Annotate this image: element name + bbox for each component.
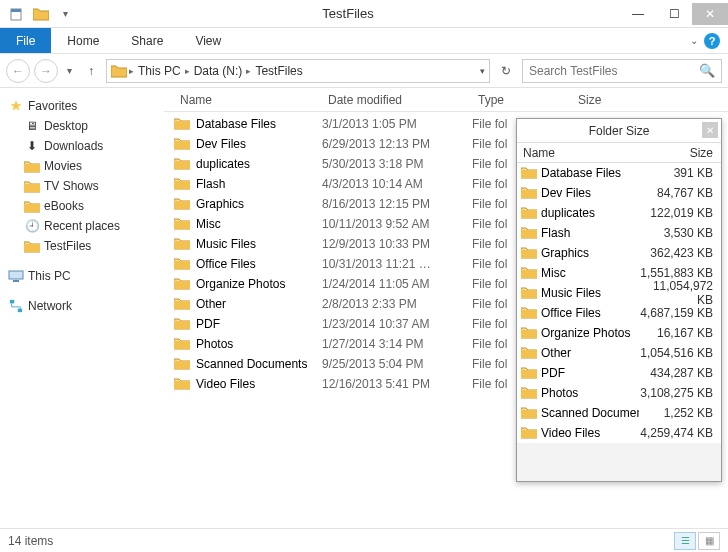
breadcrumb-item[interactable]: TestFiles <box>253 64 304 78</box>
folder-icon <box>174 376 190 393</box>
folder-icon <box>521 165 537 182</box>
folder-icon <box>174 316 190 333</box>
favorites-node[interactable]: Favorites <box>4 96 164 116</box>
popup-row[interactable]: duplicates122,019 KB <box>517 203 721 223</box>
popup-row[interactable]: Organize Photos16,167 KB <box>517 323 721 343</box>
file-date: 1/24/2014 11:05 AM <box>322 277 472 291</box>
popup-row[interactable]: Other1,054,516 KB <box>517 343 721 363</box>
home-tab[interactable]: Home <box>51 28 115 53</box>
help-icon[interactable]: ? <box>704 33 720 49</box>
popup-row-size: 362,423 KB <box>639 246 721 260</box>
history-dropdown[interactable]: ▾ <box>62 59 76 83</box>
column-name[interactable]: Name <box>174 93 322 107</box>
view-tab[interactable]: View <box>179 28 237 53</box>
folder-icon <box>174 236 190 253</box>
popup-row-name: Scanned Documents <box>541 406 639 420</box>
icons-view-button[interactable]: ▦ <box>698 532 720 550</box>
details-view-button[interactable]: ☰ <box>674 532 696 550</box>
search-icon[interactable]: 🔍 <box>699 63 715 78</box>
popup-close-button[interactable]: ✕ <box>702 122 718 138</box>
file-date: 12/9/2013 10:33 PM <box>322 237 472 251</box>
popup-row-size: 3,108,275 KB <box>639 386 721 400</box>
popup-row-size: 434,287 KB <box>639 366 721 380</box>
nav-item[interactable]: TV Shows <box>4 176 164 196</box>
file-name: Video Files <box>196 377 255 391</box>
search-box[interactable]: 🔍 <box>522 59 722 83</box>
nav-item-label: eBooks <box>44 199 84 213</box>
up-button[interactable]: ↑ <box>80 60 102 82</box>
address-bar: ← → ▾ ↑ ▸ This PC ▸ Data (N:) ▸ TestFile… <box>0 54 728 88</box>
popup-row[interactable]: Scanned Documents1,252 KB <box>517 403 721 423</box>
window-controls: — ☐ ✕ <box>620 3 728 25</box>
column-date[interactable]: Date modified <box>322 93 472 107</box>
qat-dropdown[interactable]: ▾ <box>54 3 76 25</box>
chevron-icon[interactable]: ▸ <box>129 66 134 76</box>
file-name: Other <box>196 297 226 311</box>
tree-label: This PC <box>28 269 71 283</box>
nav-item-label: TV Shows <box>44 179 99 193</box>
minimize-button[interactable]: — <box>620 3 656 25</box>
nav-item[interactable]: eBooks <box>4 196 164 216</box>
column-headers: Name Date modified Type Size <box>164 88 728 112</box>
popup-titlebar[interactable]: Folder Size ✕ <box>517 119 721 143</box>
ribbon-expand-icon[interactable]: ⌄ <box>690 35 698 46</box>
folder-icon <box>174 276 190 293</box>
popup-column-size[interactable]: Size <box>641 146 721 160</box>
nav-item[interactable]: ⬇Downloads <box>4 136 164 156</box>
breadcrumb[interactable]: ▸ This PC ▸ Data (N:) ▸ TestFiles ▾ <box>106 59 490 83</box>
popup-row[interactable]: Flash3,530 KB <box>517 223 721 243</box>
folder-icon <box>174 296 190 313</box>
folder-icon <box>174 256 190 273</box>
file-name: Flash <box>196 177 225 191</box>
column-type[interactable]: Type <box>472 93 572 107</box>
popup-row[interactable]: Photos3,108,275 KB <box>517 383 721 403</box>
nav-item-icon: 🖥 <box>24 118 40 134</box>
folder-icon <box>174 216 190 233</box>
breadcrumb-item[interactable]: Data (N:) <box>192 64 245 78</box>
nav-item[interactable]: Movies <box>4 156 164 176</box>
popup-column-name[interactable]: Name <box>517 146 641 160</box>
popup-row[interactable]: Graphics362,423 KB <box>517 243 721 263</box>
forward-button[interactable]: → <box>34 59 58 83</box>
file-tab[interactable]: File <box>0 28 51 53</box>
maximize-button[interactable]: ☐ <box>656 3 692 25</box>
folder-icon <box>521 245 537 262</box>
file-date: 1/23/2014 10:37 AM <box>322 317 472 331</box>
status-bar: 14 items ☰ ▦ <box>0 528 728 552</box>
file-name: Photos <box>196 337 233 351</box>
chevron-icon[interactable]: ▸ <box>246 66 251 76</box>
popup-row-size: 1,551,883 KB <box>639 266 721 280</box>
popup-row[interactable]: Music Files11,054,972 KB <box>517 283 721 303</box>
popup-row-name: Organize Photos <box>541 326 630 340</box>
popup-row[interactable]: PDF434,287 KB <box>517 363 721 383</box>
breadcrumb-dropdown-icon[interactable]: ▾ <box>480 66 485 76</box>
column-size[interactable]: Size <box>572 93 632 107</box>
nav-item-label: Recent places <box>44 219 120 233</box>
folder-icon <box>521 285 537 302</box>
this-pc-node[interactable]: This PC <box>4 266 164 286</box>
nav-item[interactable]: 🕘Recent places <box>4 216 164 236</box>
title-bar: ▾ TestFiles — ☐ ✕ <box>0 0 728 28</box>
popup-row[interactable]: Video Files4,259,474 KB <box>517 423 721 443</box>
popup-row-size: 122,019 KB <box>639 206 721 220</box>
folder-icon <box>521 345 537 362</box>
svg-rect-5 <box>18 309 22 313</box>
popup-row[interactable]: Office Files4,687,159 KB <box>517 303 721 323</box>
nav-item-icon <box>24 238 40 254</box>
back-button[interactable]: ← <box>6 59 30 83</box>
breadcrumb-item[interactable]: This PC <box>136 64 183 78</box>
search-input[interactable] <box>529 64 699 78</box>
chevron-icon[interactable]: ▸ <box>185 66 190 76</box>
folder-icon <box>521 385 537 402</box>
close-button[interactable]: ✕ <box>692 3 728 25</box>
network-node[interactable]: Network <box>4 296 164 316</box>
nav-item[interactable]: 🖥Desktop <box>4 116 164 136</box>
popup-row[interactable]: Dev Files84,767 KB <box>517 183 721 203</box>
properties-button[interactable] <box>6 3 28 25</box>
refresh-button[interactable]: ↻ <box>494 59 518 83</box>
popup-row[interactable]: Database Files391 KB <box>517 163 721 183</box>
nav-item[interactable]: TestFiles <box>4 236 164 256</box>
svg-rect-3 <box>13 280 19 282</box>
share-tab[interactable]: Share <box>115 28 179 53</box>
new-folder-button[interactable] <box>30 3 52 25</box>
